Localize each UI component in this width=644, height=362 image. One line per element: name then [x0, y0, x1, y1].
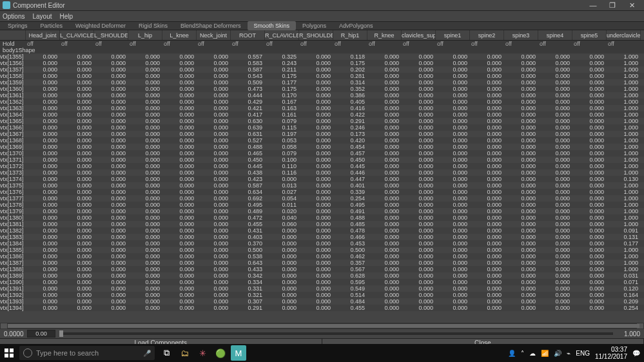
- weight-cell[interactable]: 0.421: [231, 105, 265, 111]
- weight-cell[interactable]: 0.331: [231, 285, 265, 292]
- weight-cell[interactable]: 0.000: [367, 305, 402, 311]
- table-row[interactable]: vtx[1380]0.0000.0000.0000.0000.0000.0000…: [0, 214, 644, 221]
- weight-cell[interactable]: 0.000: [436, 157, 470, 163]
- weight-cell[interactable]: 0.455: [333, 305, 367, 311]
- weight-cell[interactable]: 0.000: [128, 221, 162, 227]
- weight-cell[interactable]: 0.000: [470, 285, 504, 292]
- weight-cell[interactable]: 0.020: [265, 208, 299, 214]
- weight-cell[interactable]: 0.000: [572, 124, 607, 131]
- weight-cell[interactable]: 1.000: [607, 150, 641, 157]
- weight-cell[interactable]: 0.000: [94, 176, 128, 182]
- weight-cell[interactable]: 0.000: [436, 260, 470, 266]
- scroll-left-button[interactable]: [1, 323, 7, 329]
- weight-cell[interactable]: 0.431: [231, 227, 265, 234]
- weight-cell[interactable]: 0.000: [504, 266, 538, 272]
- weight-cell[interactable]: 0.000: [60, 176, 94, 182]
- weight-cell[interactable]: 0.000: [265, 285, 299, 292]
- weight-cell[interactable]: 0.000: [60, 195, 94, 202]
- weight-cell[interactable]: 0.000: [128, 144, 162, 150]
- weight-cell[interactable]: 0.000: [128, 86, 162, 92]
- weight-cell[interactable]: 0.000: [197, 124, 231, 131]
- weight-cell[interactable]: 0.000: [94, 266, 128, 272]
- weight-cell[interactable]: 0.000: [162, 189, 197, 195]
- weight-cell[interactable]: 0.000: [26, 53, 60, 60]
- weight-cell[interactable]: 0.000: [504, 118, 538, 124]
- weight-cell[interactable]: 0.000: [538, 305, 572, 311]
- weight-cell[interactable]: 0.453: [333, 240, 367, 247]
- weight-cell[interactable]: 0.000: [26, 195, 60, 202]
- weight-cell[interactable]: 0.000: [367, 234, 402, 240]
- weight-cell[interactable]: 0.000: [128, 118, 162, 124]
- weight-cell[interactable]: 0.000: [299, 279, 333, 285]
- weight-cell[interactable]: 0.000: [60, 247, 94, 253]
- weight-cell[interactable]: 0.000: [60, 234, 94, 240]
- weight-cell[interactable]: 0.000: [572, 208, 607, 214]
- weight-cell[interactable]: 0.339: [333, 189, 367, 195]
- weight-cell[interactable]: 0.000: [367, 247, 402, 253]
- weight-cell[interactable]: 0.000: [470, 240, 504, 247]
- weight-cell[interactable]: 0.000: [402, 227, 436, 234]
- weight-cell[interactable]: 0.000: [128, 150, 162, 157]
- weight-cell[interactable]: 0.000: [26, 73, 60, 79]
- weight-cell[interactable]: 0.000: [128, 305, 162, 311]
- weight-cell[interactable]: 0.000: [26, 66, 60, 73]
- weight-cell[interactable]: 0.000: [60, 157, 94, 163]
- weight-cell[interactable]: 0.000: [572, 272, 607, 279]
- table-row[interactable]: vtx[1383]0.0000.0000.0000.0000.0000.0000…: [0, 234, 644, 240]
- weight-cell[interactable]: 0.000: [402, 214, 436, 221]
- weight-cell[interactable]: 0.000: [60, 260, 94, 266]
- weight-cell[interactable]: 0.000: [538, 131, 572, 137]
- weight-cell[interactable]: 1.000: [607, 195, 641, 202]
- people-icon[interactable]: 👤: [508, 350, 516, 357]
- table-row[interactable]: vtx[1371]0.0000.0000.0000.0000.0000.0000…: [0, 157, 644, 163]
- explorer-icon[interactable]: 🗂: [177, 345, 192, 361]
- weight-cell[interactable]: 1.000: [607, 144, 641, 150]
- weight-cell[interactable]: 0.386: [333, 92, 367, 99]
- weight-cell[interactable]: 0.000: [26, 279, 60, 285]
- weight-cell[interactable]: 0.177: [607, 240, 641, 247]
- weight-cell[interactable]: 0.000: [197, 292, 231, 298]
- weight-cell[interactable]: 0.000: [60, 73, 94, 79]
- weight-cell[interactable]: 0.000: [538, 272, 572, 279]
- weight-cell[interactable]: 0.000: [128, 279, 162, 285]
- weight-cell[interactable]: 0.000: [470, 53, 504, 60]
- weight-cell[interactable]: 0.000: [367, 99, 402, 105]
- weight-cell[interactable]: 0.000: [402, 150, 436, 157]
- weight-cell[interactable]: 0.000: [197, 157, 231, 163]
- table-row[interactable]: vtx[1357]0.0000.0000.0000.0000.0000.0000…: [0, 66, 644, 73]
- weight-cell[interactable]: 0.000: [60, 118, 94, 124]
- weight-cell[interactable]: 0.000: [572, 202, 607, 208]
- weight-cell[interactable]: 0.000: [26, 221, 60, 227]
- weight-cell[interactable]: 0.115: [265, 124, 299, 131]
- weight-cell[interactable]: 0.000: [436, 60, 470, 66]
- weight-cell[interactable]: 0.000: [299, 202, 333, 208]
- weight-cell[interactable]: 0.000: [402, 195, 436, 202]
- weight-cell[interactable]: 0.000: [572, 73, 607, 79]
- weight-cell[interactable]: 0.445: [231, 163, 265, 169]
- weight-cell[interactable]: 0.000: [197, 189, 231, 195]
- weight-cell[interactable]: 0.000: [572, 240, 607, 247]
- weight-cell[interactable]: 0.000: [60, 111, 94, 118]
- weight-cell[interactable]: 0.000: [26, 137, 60, 144]
- weight-cell[interactable]: 0.079: [265, 118, 299, 124]
- table-row[interactable]: vtx[1359]0.0000.0000.0000.0000.0000.0000…: [0, 79, 644, 86]
- weight-cell[interactable]: 0.000: [299, 118, 333, 124]
- weight-cell[interactable]: 0.000: [504, 221, 538, 227]
- weight-cell[interactable]: 0.403: [231, 234, 265, 240]
- weight-cell[interactable]: 0.000: [197, 79, 231, 86]
- col-header[interactable]: R_CLAVICLE: [265, 30, 299, 40]
- weight-cell[interactable]: 0.000: [60, 298, 94, 305]
- weight-cell[interactable]: 0.000: [162, 240, 197, 247]
- weight-cell[interactable]: 0.000: [299, 292, 333, 298]
- weight-cell[interactable]: 0.000: [572, 266, 607, 272]
- weight-cell[interactable]: 1.000: [607, 60, 641, 66]
- weight-cell[interactable]: 0.000: [197, 285, 231, 292]
- weight-cell[interactable]: 0.000: [299, 66, 333, 73]
- weight-cell[interactable]: 0.000: [436, 247, 470, 253]
- weight-cell[interactable]: 0.000: [128, 124, 162, 131]
- weight-cell[interactable]: 0.000: [299, 298, 333, 305]
- col-header[interactable]: spine3: [504, 30, 538, 40]
- weight-cell[interactable]: 0.000: [128, 247, 162, 253]
- weight-cell[interactable]: 1.000: [607, 92, 641, 99]
- weight-cell[interactable]: 0.000: [94, 182, 128, 189]
